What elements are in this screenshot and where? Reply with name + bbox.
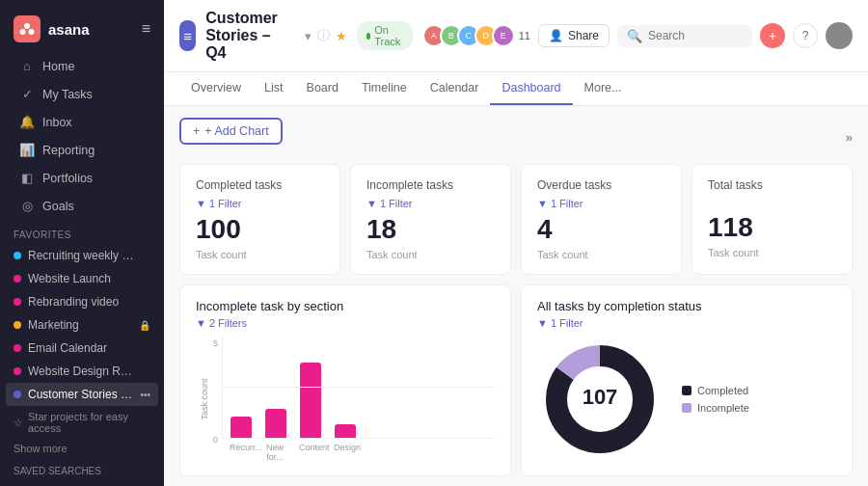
search-icon: 🔍 xyxy=(627,29,642,43)
bar-design xyxy=(335,424,356,438)
bar-label-new-for: New for... xyxy=(264,443,285,462)
avatar-group: A B C D E 11 xyxy=(422,24,530,47)
filter-icon: ▼ xyxy=(196,198,206,209)
donut-container: 107 Completed Incomplete xyxy=(537,337,836,462)
show-more-link[interactable]: Show more xyxy=(0,439,164,458)
favorite-item-website-design[interactable]: Website Design Requ... xyxy=(0,360,164,383)
favorite-item-website-launch[interactable]: Website Launch xyxy=(0,267,164,290)
fav-dot xyxy=(14,391,21,398)
tab-dashboard[interactable]: Dashboard xyxy=(490,72,572,105)
stat-card-incomplete: Incomplete tasks ▼ 1 Filter 18 Task coun… xyxy=(350,164,511,275)
star-projects-item[interactable]: ☆ Star projects for easy access xyxy=(0,406,164,439)
filter-label: 1 Filter xyxy=(551,198,583,209)
menu-icon[interactable]: ≡ xyxy=(142,20,150,38)
search-input[interactable] xyxy=(648,29,743,42)
donut-chart-filter[interactable]: ▼ 1 Filter xyxy=(537,317,583,329)
favorite-item-rebranding[interactable]: Rebranding video xyxy=(0,290,164,313)
star-icon[interactable]: ★ xyxy=(336,29,347,43)
chevron-down-icon[interactable]: ▾ xyxy=(305,29,312,43)
on-track-label: On Track xyxy=(374,24,402,47)
user-avatar[interactable] xyxy=(826,22,853,49)
svg-point-2 xyxy=(29,29,35,35)
more-options-icon[interactable]: ••• xyxy=(140,390,150,400)
donut-chart-title: All tasks by completion status xyxy=(537,299,836,313)
app-logo[interactable]: asana ≡ xyxy=(0,10,164,52)
avatar: E xyxy=(492,24,515,47)
favorite-item-customer-stories[interactable]: Customer Stories – Q4 ••• xyxy=(6,383,158,406)
tab-more[interactable]: More... xyxy=(573,72,634,105)
legend-dot-incomplete xyxy=(682,403,692,413)
main-content: ≡ Customer Stories – Q4 ▾ ⓘ ★ On Track A… xyxy=(164,0,868,486)
donut-center-value: 107 xyxy=(583,385,618,409)
favorite-item-marketing[interactable]: Marketing 🔒 xyxy=(0,313,164,337)
sidebar-item-goals[interactable]: ◎ Goals xyxy=(6,193,158,219)
bell-icon: 🔔 xyxy=(19,115,35,129)
favorite-item-email-calendar[interactable]: Email Calendar xyxy=(0,337,164,360)
tasks-created-item[interactable]: Tasks / vo Created xyxy=(0,480,164,486)
bar-chart-filter[interactable]: ▼ 2 Filters xyxy=(196,317,247,329)
share-label: Share xyxy=(568,29,599,42)
fav-label: Email Calendar xyxy=(28,341,107,355)
fav-dot xyxy=(14,344,21,352)
lock-icon: 🔒 xyxy=(139,320,150,331)
add-button[interactable]: + xyxy=(760,23,785,48)
sidebar-item-portfolios[interactable]: ◧ Portfolios xyxy=(6,165,158,191)
folder-icon: ◧ xyxy=(19,171,35,185)
svg-point-0 xyxy=(24,23,30,29)
tab-calendar[interactable]: Calendar xyxy=(419,72,491,105)
filter-label: 1 Filter xyxy=(209,198,242,209)
fav-label: Customer Stories – Q4 xyxy=(28,388,133,401)
stat-card-total: Total tasks 118 Task count xyxy=(692,164,853,275)
y-axis-label: Task count xyxy=(200,378,209,419)
app-name: asana xyxy=(48,21,90,38)
add-chart-button[interactable]: + + Add Chart xyxy=(179,118,283,145)
stat-title: Completed tasks xyxy=(196,178,324,192)
tab-timeline[interactable]: Timeline xyxy=(350,72,419,105)
stat-sub-label: Task count xyxy=(196,249,324,260)
chart-icon: 📊 xyxy=(19,143,35,157)
collapse-icon[interactable]: » xyxy=(846,130,853,145)
tab-overview[interactable]: Overview xyxy=(179,72,253,105)
page-header: ≡ Customer Stories – Q4 ▾ ⓘ ★ On Track A… xyxy=(164,0,868,72)
legend-dot-completed xyxy=(682,386,692,395)
stat-card-overdue: Overdue tasks ▼ 1 Filter 4 Task count xyxy=(521,164,682,275)
fav-label: Recruiting weekly me... xyxy=(28,249,134,262)
share-button[interactable]: 👤 Share xyxy=(538,24,610,47)
bar-new-for xyxy=(265,409,286,438)
fav-label: Rebranding video xyxy=(28,295,119,309)
legend-item-completed: Completed xyxy=(682,385,749,396)
fav-dot xyxy=(14,367,21,375)
filter-label: 1 Filter xyxy=(380,198,413,209)
sidebar-item-home[interactable]: ⌂ Home xyxy=(6,53,158,79)
filter-label: 1 Filter xyxy=(551,317,583,329)
saved-searches-title: Saved searches xyxy=(0,458,164,480)
home-icon: ⌂ xyxy=(19,59,35,73)
help-button[interactable]: ? xyxy=(793,23,818,48)
legend-label-incomplete: Incomplete xyxy=(697,402,749,414)
info-icon[interactable]: ⓘ xyxy=(317,27,330,44)
search-bar[interactable]: 🔍 xyxy=(617,25,752,47)
sidebar-item-inbox[interactable]: 🔔 Inbox xyxy=(6,109,158,135)
favorites-section-title: Favorites xyxy=(0,220,164,244)
legend-label-completed: Completed xyxy=(697,385,748,396)
stat-filter[interactable]: ▼ 1 Filter xyxy=(537,198,583,209)
sidebar-item-label: My Tasks xyxy=(42,88,93,101)
on-track-badge: On Track xyxy=(357,21,413,50)
stat-value: 4 xyxy=(537,215,665,245)
filter-icon: ▼ xyxy=(366,198,377,209)
stat-filter[interactable]: ▼ 1 Filter xyxy=(366,198,413,209)
star-icon: ☆ xyxy=(14,417,23,429)
logo-icon xyxy=(14,15,41,42)
tab-board[interactable]: Board xyxy=(295,72,350,105)
sidebar-item-label: Inbox xyxy=(42,116,72,129)
tab-list[interactable]: List xyxy=(253,72,294,105)
bar-fill xyxy=(300,363,321,438)
stat-filter[interactable]: ▼ 1 Filter xyxy=(196,198,242,209)
favorite-item-recruiting[interactable]: Recruiting weekly me... xyxy=(0,244,164,267)
sidebar-item-reporting[interactable]: 📊 Reporting xyxy=(6,137,158,163)
avatar-count: 11 xyxy=(519,30,530,41)
project-title: Customer Stories – Q4 xyxy=(205,10,294,62)
bar-recurr xyxy=(231,417,252,438)
sidebar-item-my-tasks[interactable]: ✓ My Tasks xyxy=(6,81,158,107)
filter-icon: ▼ xyxy=(537,317,548,329)
